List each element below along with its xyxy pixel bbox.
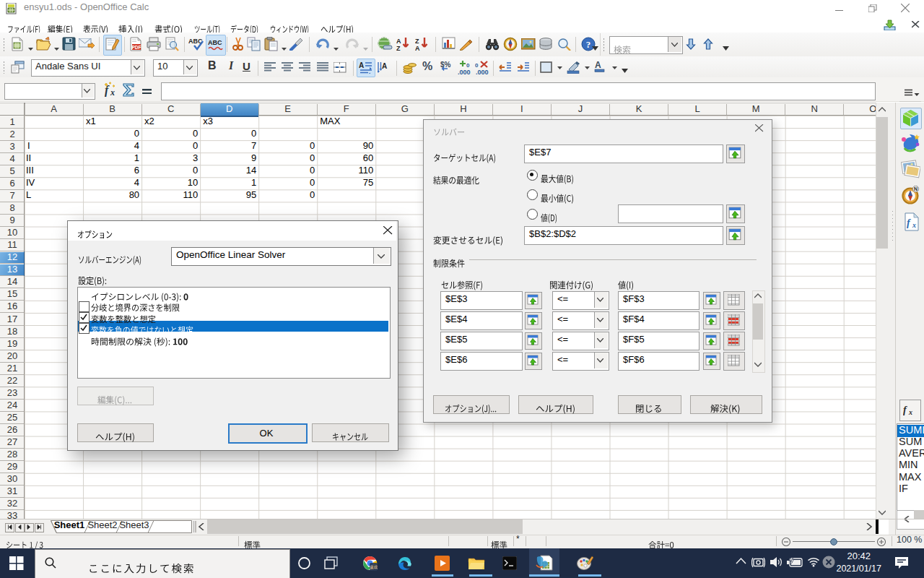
svg-text:?: ?	[586, 39, 591, 50]
svg-text:x: x	[908, 408, 912, 416]
svg-text:N: N	[914, 186, 918, 191]
svg-text:A: A	[396, 38, 401, 45]
svg-text:康成: 康成	[370, 565, 378, 569]
svg-text:f: f	[903, 405, 907, 415]
svg-text:0: 0	[475, 62, 479, 69]
svg-text:.000: .000	[458, 69, 471, 75]
svg-text:PDF: PDF	[132, 45, 141, 50]
svg-text:Z: Z	[415, 38, 419, 45]
svg-text:Z: Z	[396, 45, 401, 51]
svg-text:$%: $%	[440, 61, 451, 69]
svg-text:f: f	[105, 84, 110, 97]
svg-text:x: x	[912, 221, 916, 229]
svg-text:A: A	[595, 60, 601, 70]
svg-text:.000: .000	[476, 69, 489, 75]
svg-text:x: x	[110, 87, 115, 97]
svg-text:A: A	[415, 45, 420, 51]
svg-text:A: A	[359, 61, 364, 69]
svg-text:ABC: ABC	[208, 39, 222, 46]
svg-text:0: 0	[466, 62, 470, 69]
svg-text:A: A	[382, 62, 387, 70]
